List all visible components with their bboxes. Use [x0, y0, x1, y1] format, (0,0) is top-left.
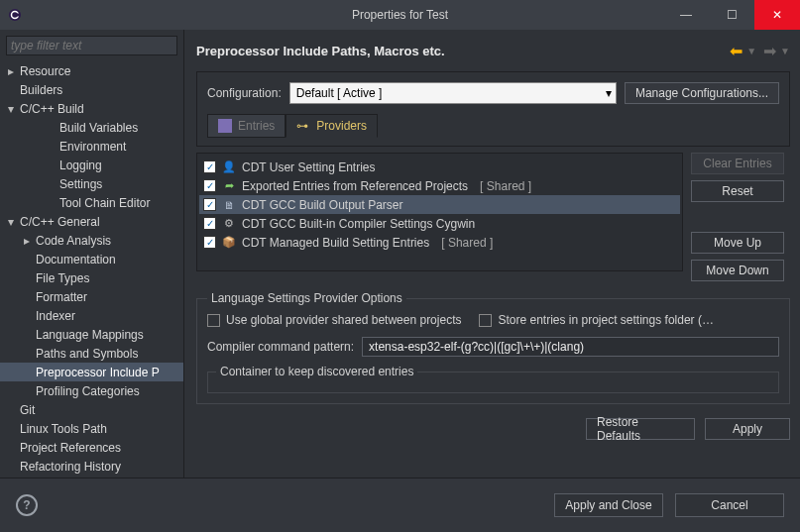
- tree-node[interactable]: Builders: [0, 80, 183, 99]
- tree-node[interactable]: File Types: [0, 268, 183, 287]
- tree-node[interactable]: Linux Tools Path: [0, 419, 183, 438]
- provider-label: CDT GCC Built-in Compiler Settings Cygwi…: [242, 217, 475, 231]
- tree-label: Documentation: [36, 253, 116, 266]
- config-panel: Configuration: Default [ Active ] ▾ Mana…: [196, 71, 790, 147]
- page-header: Preprocessor Include Paths, Macros etc. …: [196, 38, 790, 63]
- main-buttons: Restore Defaults Apply: [196, 418, 790, 440]
- checkbox[interactable]: ✓: [203, 236, 216, 249]
- checkbox[interactable]: ✓: [203, 179, 216, 192]
- tree-label: Code Analysis: [36, 234, 111, 248]
- move-up-button[interactable]: Move Up: [691, 232, 784, 254]
- provider-row[interactable]: ✓⚙CDT GCC Built-in Compiler Settings Cyg…: [199, 214, 680, 233]
- twist-icon: [24, 234, 36, 248]
- tree-label: Formatter: [36, 290, 87, 304]
- tree-label: Linux Tools Path: [20, 422, 107, 436]
- store-entries-checkbox[interactable]: Store entries in project settings folder…: [479, 313, 713, 327]
- container-legend: Container to keep discovered entries: [216, 365, 417, 378]
- provider-label: CDT User Setting Entries: [242, 160, 376, 174]
- chevron-down-icon: ▾: [606, 86, 612, 100]
- exp-icon: ➦: [222, 179, 236, 193]
- provider-label: CDT GCC Build Output Parser: [242, 198, 403, 212]
- tab-providers-label: Providers: [316, 119, 367, 133]
- entries-icon: [218, 119, 232, 133]
- tree-node[interactable]: Tool Chain Editor: [0, 193, 183, 212]
- tree-node[interactable]: C/C++ General: [0, 212, 183, 231]
- forward-menu-icon[interactable]: ▼: [780, 46, 790, 56]
- twist-icon: [8, 215, 20, 229]
- provider-row[interactable]: ✓📦CDT Managed Build Setting Entries[ Sha…: [199, 233, 680, 252]
- tab-entries[interactable]: Entries: [207, 114, 286, 138]
- tree-label: Settings: [59, 177, 102, 191]
- svg-rect-2: [15, 14, 20, 17]
- provider-row[interactable]: ✓🗎CDT GCC Build Output Parser: [199, 195, 680, 214]
- cancel-button[interactable]: Cancel: [675, 493, 784, 517]
- provider-options: Language Settings Provider Options Use g…: [196, 291, 790, 404]
- main-panel: Preprocessor Include Paths, Macros etc. …: [184, 30, 800, 478]
- provider-label: CDT Managed Build Setting Entries: [242, 236, 429, 250]
- apply-button[interactable]: Apply: [705, 418, 790, 440]
- page-title: Preprocessor Include Paths, Macros etc.: [196, 44, 445, 58]
- manage-config-button[interactable]: Manage Configurations...: [625, 82, 779, 104]
- tree-node[interactable]: Project References: [0, 438, 183, 457]
- global-provider-checkbox[interactable]: Use global provider shared between proje…: [207, 313, 461, 327]
- back-menu-icon[interactable]: ▼: [746, 46, 756, 56]
- tree-label: C/C++ Build: [20, 102, 84, 116]
- title-bar: Properties for Test — ☐ ✕: [0, 0, 800, 30]
- tab-providers[interactable]: Providers: [286, 114, 378, 138]
- maximize-button[interactable]: ☐: [709, 0, 754, 30]
- tree-label: Git: [20, 403, 35, 417]
- minimize-button[interactable]: —: [663, 0, 709, 30]
- tree-node[interactable]: Preprocessor Include P: [0, 363, 183, 381]
- restore-defaults-button[interactable]: Restore Defaults: [586, 418, 695, 440]
- tree-node[interactable]: Run/Debug Settings: [0, 476, 183, 478]
- back-arrow-icon[interactable]: ⬅: [727, 42, 744, 59]
- checkbox[interactable]: ✓: [203, 160, 216, 173]
- shared-tag: [ Shared ]: [441, 236, 493, 250]
- tree-node[interactable]: Indexer: [0, 306, 183, 325]
- close-button[interactable]: ✕: [754, 0, 800, 30]
- filter-input[interactable]: [6, 36, 177, 55]
- tree-label: Logging: [59, 159, 102, 172]
- tree-label: Build Variables: [59, 121, 138, 135]
- provider-row[interactable]: ✓➦Exported Entries from Referenced Proje…: [199, 176, 680, 195]
- config-value: Default [ Active ]: [296, 86, 383, 100]
- reset-button[interactable]: Reset: [691, 180, 784, 202]
- help-icon[interactable]: ?: [16, 494, 38, 516]
- provider-side-buttons: Clear Entries Reset Move Up Move Down: [691, 153, 790, 281]
- tree-node[interactable]: Language Mappings: [0, 325, 183, 344]
- tree-node[interactable]: Settings: [0, 174, 183, 193]
- tree-node[interactable]: Logging: [0, 156, 183, 174]
- tree-node[interactable]: Paths and Symbols: [0, 344, 183, 363]
- tree-node[interactable]: Profiling Categories: [0, 381, 183, 400]
- tree-label: Language Mappings: [36, 328, 144, 342]
- tree-node[interactable]: Refactoring History: [0, 457, 183, 476]
- gear-icon: ⚙: [222, 217, 236, 231]
- bottom-bar: ? Apply and Close Cancel: [0, 478, 800, 532]
- clear-entries-button[interactable]: Clear Entries: [691, 153, 784, 174]
- apply-close-button[interactable]: Apply and Close: [554, 493, 663, 517]
- tree-node[interactable]: Environment: [0, 137, 183, 156]
- checkbox[interactable]: ✓: [203, 217, 216, 230]
- tree-node[interactable]: C/C++ Build: [0, 99, 183, 118]
- checkbox[interactable]: ✓: [203, 198, 216, 211]
- twist-icon: [8, 64, 20, 78]
- tree-node[interactable]: Documentation: [0, 250, 183, 268]
- filter-box: [6, 36, 177, 55]
- tree-node[interactable]: Code Analysis: [0, 231, 183, 250]
- providers-list[interactable]: ✓👤CDT User Setting Entries✓➦Exported Ent…: [196, 153, 683, 271]
- tree-node[interactable]: Formatter: [0, 287, 183, 306]
- provider-row[interactable]: ✓👤CDT User Setting Entries: [199, 158, 680, 176]
- tree-label: Indexer: [36, 309, 75, 323]
- nav-tree[interactable]: ResourceBuildersC/C++ BuildBuild Variabl…: [0, 59, 183, 478]
- pattern-input[interactable]: [362, 337, 779, 357]
- config-select[interactable]: Default [ Active ] ▾: [289, 82, 617, 104]
- tree-node[interactable]: Build Variables: [0, 118, 183, 137]
- tree-label: Tool Chain Editor: [59, 196, 150, 210]
- tree-node[interactable]: Git: [0, 400, 183, 419]
- twist-icon: [8, 102, 20, 116]
- tree-label: Profiling Categories: [36, 384, 140, 398]
- move-down-button[interactable]: Move Down: [691, 260, 784, 281]
- tree-node[interactable]: Resource: [0, 61, 183, 80]
- sidebar: ResourceBuildersC/C++ BuildBuild Variabl…: [0, 30, 184, 478]
- user-icon: 👤: [222, 160, 236, 174]
